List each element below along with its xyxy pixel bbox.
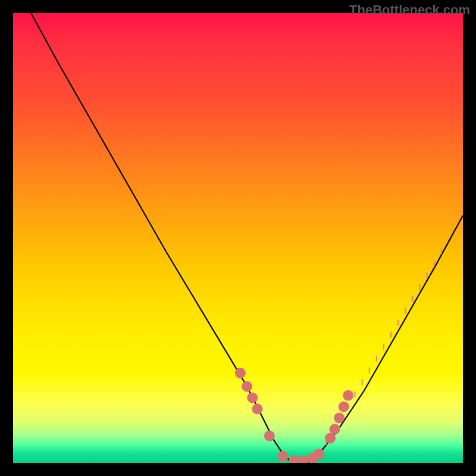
- marker-dot: [252, 403, 263, 414]
- marker-dot: [278, 451, 289, 462]
- marker-dots: [235, 368, 353, 463]
- marker-dot: [235, 368, 246, 378]
- watermark-text: TheBottleneck.com: [349, 2, 470, 18]
- marker-dot: [314, 449, 324, 459]
- marker-dot: [334, 412, 345, 423]
- marker-dot: [330, 424, 340, 434]
- chart-svg: [13, 13, 463, 463]
- marker-dot: [247, 392, 258, 403]
- marker-dot: [264, 431, 275, 441]
- marker-dot: [343, 390, 353, 401]
- marker-dot: [242, 381, 252, 392]
- marker-dot: [339, 402, 349, 412]
- chart-gradient-area: [13, 13, 463, 463]
- bottleneck-curve-line: [31, 13, 463, 463]
